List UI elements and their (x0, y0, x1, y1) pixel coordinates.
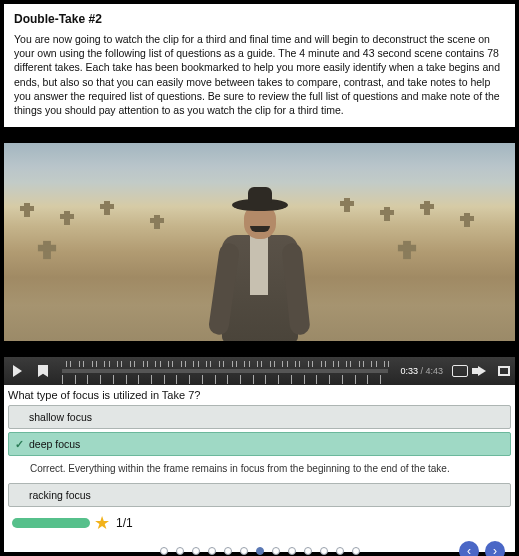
play-icon (13, 365, 22, 377)
intro-title: Double-Take #2 (14, 12, 505, 26)
pager-dot[interactable] (240, 547, 248, 555)
pager-dot[interactable] (176, 547, 184, 555)
pager-dot[interactable] (208, 547, 216, 555)
pager-dot[interactable] (352, 547, 360, 555)
pager-dots (160, 547, 360, 555)
prev-button[interactable]: ‹ (459, 541, 479, 556)
time-display: 0:33 / 4:43 (394, 366, 449, 376)
play-button[interactable] (4, 357, 30, 385)
pager-dot[interactable] (320, 547, 328, 555)
quiz-block: What type of focus is utilized in Take 7… (4, 385, 515, 556)
video-player: 0:33 / 4:43 (4, 127, 515, 385)
pager-dot[interactable] (272, 547, 280, 555)
chevron-right-icon: › (493, 544, 497, 556)
fullscreen-icon (498, 366, 510, 376)
score-text: 1/1 (116, 516, 133, 530)
captions-button[interactable] (449, 357, 471, 385)
chevron-left-icon: ‹ (467, 544, 471, 556)
pager-dot[interactable] (192, 547, 200, 555)
volume-button[interactable] (471, 357, 493, 385)
timeline-scrubber[interactable] (62, 357, 388, 385)
figure-man-with-hat (212, 185, 308, 343)
captions-icon (452, 365, 468, 377)
quiz-option[interactable]: racking focus (8, 483, 511, 507)
score-row: ★ 1/1 (4, 510, 515, 536)
video-frame[interactable] (4, 127, 515, 357)
scene-graveyard (4, 143, 515, 341)
star-icon: ★ (94, 514, 110, 532)
pager-row: ‹ › (4, 538, 515, 556)
intro-block: Double-Take #2 You are now going to watc… (4, 4, 515, 127)
pager-dot[interactable] (304, 547, 312, 555)
quiz-question: What type of focus is utilized in Take 7… (4, 387, 515, 405)
quiz-option[interactable]: deep focus (8, 432, 511, 456)
fullscreen-button[interactable] (493, 357, 515, 385)
lesson-frame: Double-Take #2 You are now going to watc… (0, 0, 519, 556)
bookmark-button[interactable] (30, 357, 56, 385)
quiz-option[interactable]: shallow focus (8, 405, 511, 429)
pager-dot[interactable] (336, 547, 344, 555)
total-time: 4:43 (425, 366, 443, 376)
score-progress (12, 518, 90, 528)
bookmark-icon (38, 365, 48, 377)
next-button[interactable]: › (485, 541, 505, 556)
pager-dot[interactable] (224, 547, 232, 555)
intro-body: You are now going to watch the clip for … (14, 32, 505, 117)
volume-icon (478, 366, 486, 376)
pager-dot[interactable] (256, 547, 264, 555)
video-controls: 0:33 / 4:43 (4, 357, 515, 385)
pager-dot[interactable] (288, 547, 296, 555)
pager-dot[interactable] (160, 547, 168, 555)
current-time: 0:33 (400, 366, 418, 376)
quiz-feedback: Correct. Everything within the frame rem… (8, 459, 511, 480)
